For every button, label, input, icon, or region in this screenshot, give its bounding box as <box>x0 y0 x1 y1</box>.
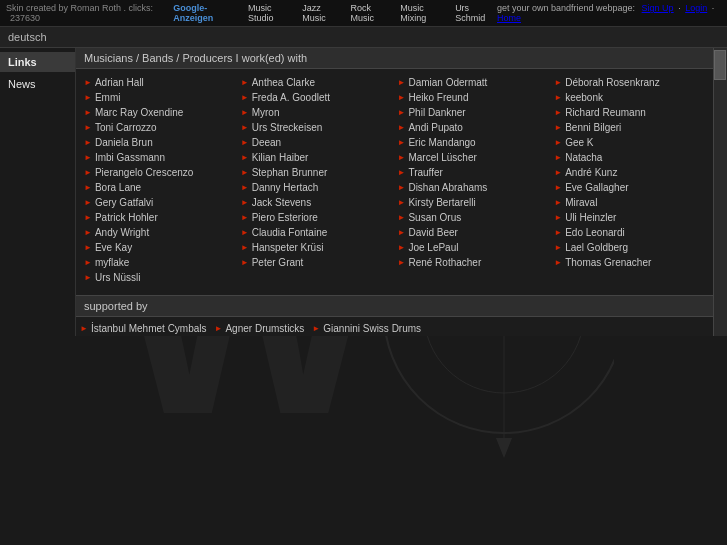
musician-item[interactable]: ►René Rothacher <box>394 255 551 270</box>
scrollbar-thumb[interactable] <box>714 50 726 80</box>
musician-item[interactable]: ►Uli Heinzler <box>550 210 707 225</box>
nav-urs-schmid[interactable]: Urs Schmid <box>455 3 497 23</box>
musician-item[interactable]: ►Heiko Freund <box>394 90 551 105</box>
musician-item[interactable]: ►Eric Mandango <box>394 135 551 150</box>
musician-item[interactable]: ►Dishan Abrahams <box>394 180 551 195</box>
google-ad-label[interactable]: Google-Anzeigen <box>173 3 240 23</box>
svg-marker-6 <box>496 438 512 458</box>
musician-item[interactable]: ►myflake <box>80 255 237 270</box>
musician-name: Richard Reumann <box>565 107 646 118</box>
supported-item[interactable]: ►İstanbul Mehmet Cymbals <box>80 323 207 334</box>
musician-item[interactable]: ►Adrian Hall <box>80 75 237 90</box>
musician-item[interactable]: ►Hanspeter Krüsi <box>237 240 394 255</box>
musician-item[interactable]: ►Richard Reumann <box>550 105 707 120</box>
musician-name: Toni Carrozzo <box>95 122 157 133</box>
musician-name: keebonk <box>565 92 603 103</box>
arrow-icon: ► <box>241 258 249 267</box>
musician-item[interactable]: ►Anthea Clarke <box>237 75 394 90</box>
musician-item[interactable]: ►Thomas Grenacher <box>550 255 707 270</box>
musician-item[interactable]: ►Trauffer <box>394 165 551 180</box>
musician-item[interactable]: ►Lael Goldberg <box>550 240 707 255</box>
nav-jazz-music[interactable]: Jazz Music <box>302 3 342 23</box>
arrow-icon: ► <box>554 243 562 252</box>
login-link[interactable]: Login <box>685 3 707 13</box>
musician-item[interactable]: ►Damian Odermatt <box>394 75 551 90</box>
arrow-icon: ► <box>241 153 249 162</box>
musician-item[interactable]: ►Imbi Gassmann <box>80 150 237 165</box>
arrow-icon: ► <box>554 198 562 207</box>
supported-item[interactable]: ►Agner Drumsticks <box>215 323 305 334</box>
musician-item[interactable]: ►Andi Pupato <box>394 120 551 135</box>
musician-name: Joe LePaul <box>408 242 458 253</box>
musician-item[interactable]: ►Eve Gallagher <box>550 180 707 195</box>
musician-item[interactable]: ►Patrick Hohler <box>80 210 237 225</box>
arrow-icon: ► <box>398 243 406 252</box>
musician-item[interactable]: ►Marcel Lüscher <box>394 150 551 165</box>
musician-item[interactable]: ►Andy Wright <box>80 225 237 240</box>
musician-name: Peter Grant <box>252 257 304 268</box>
musician-item[interactable]: ►Stephan Brunner <box>237 165 394 180</box>
musician-name: René Rothacher <box>408 257 481 268</box>
home-link[interactable]: Home <box>497 13 521 23</box>
musicians-grid: ►Adrian Hall►Anthea Clarke►Damian Oderma… <box>80 75 723 285</box>
nav-music-mixing[interactable]: Music Mixing <box>400 3 447 23</box>
musician-item[interactable]: ►Marc Ray Oxendine <box>80 105 237 120</box>
musician-item[interactable]: ►Phil Dankner <box>394 105 551 120</box>
scrollbar-track[interactable] <box>713 48 727 336</box>
musician-item[interactable]: ►Emmi <box>80 90 237 105</box>
arrow-icon: ► <box>398 123 406 132</box>
musician-item[interactable]: ►Toni Carrozzo <box>80 120 237 135</box>
musician-name: André Kunz <box>565 167 617 178</box>
musician-item[interactable]: ►Edo Leonardi <box>550 225 707 240</box>
arrow-icon: ► <box>84 213 92 222</box>
musician-item[interactable]: ►Jack Stevens <box>237 195 394 210</box>
arrow-icon: ► <box>84 153 92 162</box>
musician-item[interactable]: ►Deean <box>237 135 394 150</box>
musician-item[interactable]: ►Pierangelo Crescenzo <box>80 165 237 180</box>
musician-item[interactable]: ►Natacha <box>550 150 707 165</box>
arrow-icon: ► <box>398 183 406 192</box>
arrow-icon: ► <box>398 228 406 237</box>
musician-name: Heiko Freund <box>408 92 468 103</box>
musician-item[interactable]: ►Susan Orus <box>394 210 551 225</box>
musician-item[interactable]: ►Kilian Haiber <box>237 150 394 165</box>
musician-item[interactable]: ►Danny Hertach <box>237 180 394 195</box>
musician-name: Trauffer <box>408 167 442 178</box>
musician-item[interactable]: ►Kirsty Bertarelli <box>394 195 551 210</box>
musician-item[interactable]: ►Urs Streckeisen <box>237 120 394 135</box>
nav-rock-music[interactable]: Rock Music <box>350 3 392 23</box>
musician-item[interactable]: ►Bora Lane <box>80 180 237 195</box>
musician-item[interactable]: ►Myron <box>237 105 394 120</box>
arrow-icon: ► <box>84 198 92 207</box>
musician-item[interactable]: ►Freda A. Goodlett <box>237 90 394 105</box>
musician-item[interactable]: ►Miraval <box>550 195 707 210</box>
musician-name: Emmi <box>95 92 121 103</box>
musician-item[interactable]: ►Joe LePaul <box>394 240 551 255</box>
supported-header: supported by <box>76 295 727 317</box>
signup-link[interactable]: Sign Up <box>642 3 674 13</box>
supported-item[interactable]: ►Giannini Swiss Drums <box>312 323 421 334</box>
sidebar-news-button[interactable]: News <box>0 74 75 94</box>
musician-item[interactable]: ►Benni Bilgeri <box>550 120 707 135</box>
musician-name: Urs Nüssli <box>95 272 141 283</box>
musician-item[interactable]: ►David Beer <box>394 225 551 240</box>
musician-item[interactable]: ►Eve Kay <box>80 240 237 255</box>
musician-item[interactable]: ►Gee K <box>550 135 707 150</box>
sidebar-links-button[interactable]: Links <box>0 52 75 72</box>
musician-item[interactable]: ►Piero Esteriore <box>237 210 394 225</box>
musician-item[interactable]: ►keebonk <box>550 90 707 105</box>
musician-item[interactable]: ►Gery Gatfalvi <box>80 195 237 210</box>
language-label[interactable]: deutsch <box>8 31 47 43</box>
musician-item[interactable]: ►Peter Grant <box>237 255 394 270</box>
musician-name: Kirsty Bertarelli <box>408 197 475 208</box>
musician-name: Urs Streckeisen <box>252 122 323 133</box>
skin-credit: Skin created by Roman Roth . clicks: 237… <box>6 3 173 23</box>
musician-item[interactable]: ►Urs Nüssli <box>80 270 237 285</box>
nav-music-studio[interactable]: Music Studio <box>248 3 294 23</box>
arrow-icon: ► <box>554 213 562 222</box>
top-nav-links: Google-Anzeigen Music Studio Jazz Music … <box>173 3 497 23</box>
musician-item[interactable]: ►Daniela Brun <box>80 135 237 150</box>
musician-item[interactable]: ►Claudia Fontaine <box>237 225 394 240</box>
musician-item[interactable]: ►André Kunz <box>550 165 707 180</box>
musician-item[interactable]: ►Déborah Rosenkranz <box>550 75 707 90</box>
